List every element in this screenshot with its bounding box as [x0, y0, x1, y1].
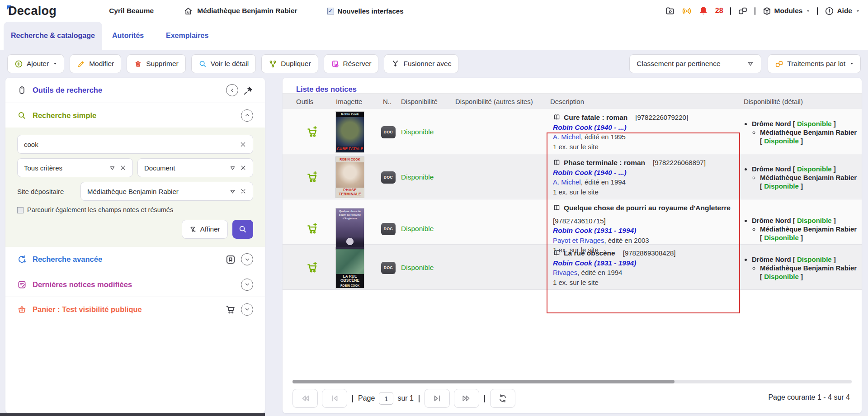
- criteria-select[interactable]: Tous critères: [17, 158, 133, 177]
- help-menu[interactable]: Aide: [825, 6, 860, 16]
- availability-detail: Drôme Nord [ Disponible ] Médiathèque Be…: [740, 252, 862, 284]
- book-cover-thumbnail[interactable]: Robin Cook CURE FATALE: [336, 112, 364, 152]
- record-title: La rue obscène: [564, 248, 615, 258]
- book-cover-thumbnail[interactable]: Quelque chose de pourri au royaume d'Ang…: [336, 208, 364, 249]
- clear-icon[interactable]: [120, 165, 126, 171]
- modules-menu[interactable]: Modules: [762, 6, 811, 16]
- collapse-section-button[interactable]: [241, 109, 253, 122]
- current-site[interactable]: Médiathèque Benjamin Rabier: [184, 6, 297, 16]
- notes-checkbox-row[interactable]: Parcourir également les champs notes et …: [17, 206, 253, 213]
- basket-header[interactable]: Panier : Test visibilité publique: [5, 297, 265, 321]
- horizontal-scrollbar-thumb[interactable]: [292, 380, 675, 383]
- results-title: Liste des notices: [283, 78, 862, 93]
- doctype-select[interactable]: Document: [137, 158, 253, 177]
- refine-button[interactable]: Affiner: [182, 220, 228, 239]
- add-to-cart-icon[interactable]: [307, 171, 318, 183]
- availability-status: Disponible: [397, 173, 434, 181]
- table-row[interactable]: Robin Cook CURE FATALE DOC Disponible Cu…: [283, 109, 862, 154]
- cover-art: [336, 221, 364, 247]
- record-author-link[interactable]: Robin Cook (1940 - ...): [553, 123, 627, 131]
- merge-button[interactable]: Fusionner avec: [384, 54, 458, 73]
- clear-icon[interactable]: [240, 165, 246, 171]
- pager-separator: [352, 395, 353, 402]
- fast-forward-button[interactable]: [454, 389, 479, 408]
- record-publisher-link[interactable]: A. Michel: [553, 133, 581, 141]
- pager-separator: [419, 395, 420, 402]
- bracket: ]: [801, 234, 803, 241]
- expand-section-button[interactable]: [241, 279, 253, 291]
- add-to-cart-icon[interactable]: [307, 262, 318, 274]
- table-row[interactable]: ROBIN COOK PHASE TERMINALE DOC Disponibl…: [283, 154, 862, 199]
- bracket: ]: [834, 120, 836, 128]
- last-modified-header[interactable]: Dernières notices modifiées: [5, 272, 265, 297]
- bookmark-square-icon[interactable]: [225, 254, 236, 265]
- record-author-link[interactable]: Robin Cook (1931 - 1994): [553, 259, 636, 267]
- add-to-cart-icon[interactable]: [307, 126, 318, 138]
- record-edition: , édité en 2003: [604, 236, 649, 244]
- link-icon[interactable]: [738, 6, 748, 16]
- decalog-logo[interactable]: Decalog: [8, 4, 57, 18]
- view-detail-label: Voir le détail: [211, 60, 249, 68]
- batch-actions-button[interactable]: Traitements par lot: [768, 54, 861, 73]
- view-detail-button[interactable]: Voir le détail: [191, 54, 256, 73]
- next-page-button[interactable]: [425, 389, 450, 408]
- book-cover-thumbnail[interactable]: ROBIN COOK PHASE TERMINALE: [336, 157, 364, 198]
- expand-section-button[interactable]: [241, 253, 253, 265]
- page-number-input[interactable]: [379, 392, 393, 405]
- search-term-field[interactable]: [17, 135, 253, 154]
- table-row[interactable]: LA RUE OBSCÈNE ROBIN COOK DOC Disponible…: [283, 245, 862, 290]
- record-isbn: [9782869308428]: [623, 248, 676, 258]
- record-author-link[interactable]: Robin Cook (1931 - 1994): [553, 227, 636, 234]
- notes-checkbox[interactable]: [17, 207, 24, 213]
- triangle-down-icon[interactable]: [229, 165, 236, 171]
- record-publisher-link[interactable]: Rivages: [553, 269, 577, 276]
- tab-autorites[interactable]: Autorités: [112, 22, 144, 50]
- record-description[interactable]: Phase terminale : roman [9782226068897] …: [547, 154, 740, 200]
- simple-search-header[interactable]: Recherche simple: [5, 103, 265, 128]
- record-publisher-link[interactable]: A. Michel: [553, 178, 581, 186]
- first-page-button[interactable]: [322, 389, 347, 408]
- expand-section-button[interactable]: [241, 303, 253, 316]
- pin-icon[interactable]: [243, 85, 253, 95]
- edit-button[interactable]: Modifier: [70, 54, 121, 73]
- record-description[interactable]: La rue obscène [9782869308428] Robin Coo…: [547, 245, 740, 291]
- availability-detail: Drôme Nord [ Disponible ] Médiathèque Be…: [740, 162, 862, 193]
- duplicate-button[interactable]: Dupliquer: [261, 54, 318, 73]
- advanced-search-header[interactable]: Recherche avancée: [5, 247, 265, 272]
- refresh-button[interactable]: [490, 389, 515, 408]
- tab-recherche-catalogage[interactable]: Recherche & catalogage: [4, 22, 102, 50]
- tab-exemplaires[interactable]: Exemplaires: [166, 22, 208, 50]
- new-interfaces-checkbox[interactable]: ✓: [327, 8, 334, 14]
- chevron-down-icon: [245, 282, 250, 287]
- files-icon[interactable]: [665, 6, 675, 16]
- site-select[interactable]: Médiathèque Benjamin Rabier: [80, 182, 253, 201]
- record-author-link[interactable]: Robin Cook (1940 - ...): [553, 169, 627, 176]
- record-description[interactable]: Cure fatale : roman [9782226079220] Robi…: [547, 109, 740, 155]
- fast-rewind-button[interactable]: [292, 389, 318, 408]
- record-publisher-link[interactable]: Payot et Rivages: [553, 236, 604, 244]
- header-actions: 28 Modules: [665, 6, 860, 16]
- book-cover-thumbnail[interactable]: LA RUE OBSCÈNE ROBIN COOK: [336, 247, 364, 288]
- notifications-bell-icon[interactable]: [698, 6, 708, 16]
- clear-icon[interactable]: [240, 188, 246, 194]
- triangle-down-icon[interactable]: [109, 165, 116, 171]
- funnel-icon: [189, 226, 197, 233]
- triangle-down-icon[interactable]: [229, 188, 236, 195]
- notification-count-badge[interactable]: 28: [715, 7, 723, 15]
- new-interfaces-toggle[interactable]: ✓ Nouvelles interfaces: [327, 7, 404, 15]
- search-term-input[interactable]: [24, 141, 240, 148]
- beacon-icon[interactable]: [682, 6, 692, 16]
- table-row[interactable]: Quelque chose de pourri au royaume d'Ang…: [283, 199, 862, 245]
- clear-icon[interactable]: [240, 141, 246, 148]
- launch-search-button[interactable]: [232, 220, 253, 239]
- reserve-button[interactable]: Réserver: [324, 54, 379, 73]
- pager-separator: [484, 395, 485, 402]
- chevron-down-icon: [806, 9, 810, 13]
- delete-button[interactable]: Supprimer: [127, 54, 186, 73]
- collapse-panel-button[interactable]: [226, 84, 238, 96]
- add-button[interactable]: Ajouter: [7, 54, 64, 73]
- network-status: Disponible: [797, 255, 832, 263]
- sort-order-select[interactable]: Classement par pertinence: [629, 54, 761, 73]
- cart-icon[interactable]: [225, 304, 236, 315]
- add-to-cart-icon[interactable]: [307, 223, 318, 235]
